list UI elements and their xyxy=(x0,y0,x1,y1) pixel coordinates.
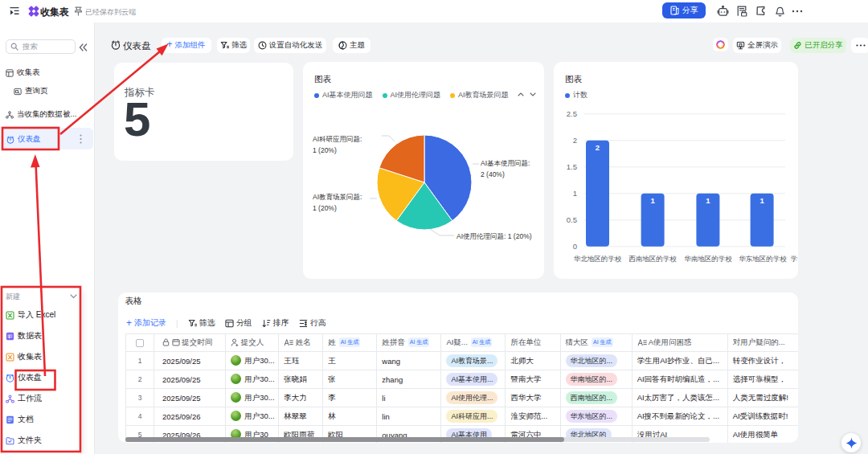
svg-text:1: 1 xyxy=(706,196,710,205)
svg-text:2: 2 xyxy=(596,143,600,152)
svg-text:西南地区的学校: 西南地区的学校 xyxy=(628,255,677,263)
svg-text:华东地区的学校: 华东地区的学校 xyxy=(739,255,787,263)
svg-text:华南地区的学校: 华南地区的学校 xyxy=(684,255,732,263)
svg-text:华北地区的学校: 华北地区的学校 xyxy=(574,255,622,263)
svg-text:0.5: 0.5 xyxy=(567,215,577,224)
svg-text:1: 1 xyxy=(650,196,655,205)
svg-text:学: 学 xyxy=(791,255,798,263)
svg-text:1: 1 xyxy=(760,196,764,205)
svg-text:1.5: 1.5 xyxy=(567,162,577,171)
svg-text:1: 1 xyxy=(573,189,577,198)
svg-text:0: 0 xyxy=(573,242,577,251)
svg-text:2.5: 2.5 xyxy=(567,109,577,118)
svg-text:2: 2 xyxy=(573,136,577,145)
